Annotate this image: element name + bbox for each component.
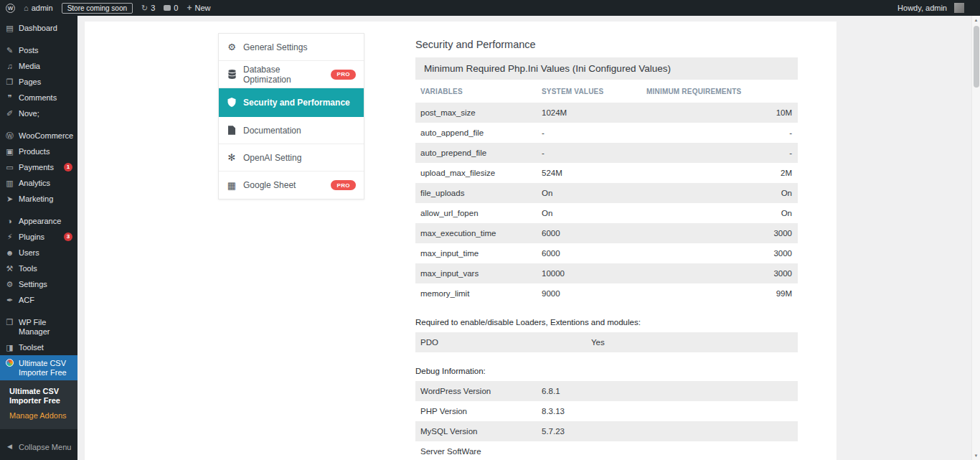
sidebar-item-analytics[interactable]: ▥ Analytics	[0, 175, 77, 191]
settings-nav: ⚙ General Settings Database Optimization…	[218, 33, 364, 200]
loaders-note: Required to enable/disable Loaders, Exte…	[415, 318, 798, 327]
scroll-up-icon[interactable]: ▲	[972, 16, 980, 24]
sidebar-item-label: Appearance	[19, 217, 72, 226]
document-icon	[227, 126, 237, 135]
sidebar-item-woocommerce[interactable]: Ⓦ WooCommerce	[0, 128, 77, 144]
sidebar-item-toolset[interactable]: ◨ Toolset	[0, 339, 77, 355]
minimum-requirement-cell: On	[646, 189, 798, 197]
table-row: file_uploads On On	[415, 183, 798, 203]
table-row: WordPress Version 6.8.1	[415, 381, 798, 401]
sidebar-item-comments[interactable]: ❞ Comments	[0, 90, 77, 105]
collapse-menu-button[interactable]: ◀ Collapse Menu	[0, 439, 77, 454]
sidebar-item-payments[interactable]: ▭ Payments 1	[0, 159, 77, 175]
sidebar-item-users[interactable]: ☻ Users	[0, 245, 77, 260]
settings-card: ⚙ General Settings Database Optimization…	[85, 22, 837, 460]
sidebar-item-dashboard[interactable]: ▤ Dashboard	[0, 20, 77, 36]
table-row: allow_url_fopen On On	[415, 203, 798, 223]
admin-bar-right: Howdy, admin	[897, 3, 980, 13]
file-manager-icon: ❒	[5, 318, 14, 327]
tab-openai-setting[interactable]: ✻ OpenAI Setting	[219, 144, 364, 172]
sidebar-item-ultimate-csv-importer-free[interactable]: Ultimate CSV Importer Free	[0, 355, 77, 380]
site-name-menu[interactable]: ⌂ admin	[24, 4, 53, 12]
wp-logo-menu[interactable]: W	[6, 4, 15, 13]
sidebar-item-label: Ultimate CSV Importer Free	[19, 359, 72, 377]
site-name-label: admin	[32, 4, 53, 12]
sidebar-item-marketing[interactable]: ➤ Marketing	[0, 191, 77, 207]
sidebar-item-products[interactable]: ▣ Products	[0, 144, 77, 159]
submenu-item-csv-importer[interactable]: Ultimate CSV Importer Free	[0, 384, 77, 408]
system-value-cell: 6000	[542, 249, 646, 258]
sidebar-item-label: Tools	[19, 264, 72, 273]
tab-general-settings[interactable]: ⚙ General Settings	[219, 34, 364, 61]
sidebar-item-label: Media	[19, 62, 72, 71]
phpini-table: post_max_size 1024M 10M auto_append_file…	[415, 103, 798, 304]
shield-icon	[227, 98, 237, 107]
system-value-cell: On	[542, 189, 646, 197]
sidebar-item-plugins[interactable]: ⚡ Plugins 3	[0, 229, 77, 245]
appearance-icon: ◑	[5, 217, 14, 226]
system-value-cell: 1024M	[542, 108, 646, 117]
sidebar-item-appearance[interactable]: ◑ Appearance	[0, 213, 77, 229]
debug-note: Debug Information:	[415, 367, 798, 375]
sidebar-item-label: Nove;	[19, 109, 72, 118]
variable-cell: auto_prepend_file	[415, 149, 542, 157]
column-header-system-values: SYSTEM VALUES	[542, 88, 646, 95]
system-value-cell: 9000	[542, 289, 646, 298]
pro-badge: PRO	[331, 70, 356, 80]
sidebar-item-label: Payments	[19, 163, 60, 172]
sidebar-item-pages[interactable]: ❐ Pages	[0, 74, 77, 90]
debug-value-cell: 6.8.1	[542, 387, 798, 395]
tab-google-sheet[interactable]: ▦ Google Sheet PRO	[219, 172, 364, 199]
settings-icon: ⚙	[5, 280, 14, 289]
scrollbar-thumb[interactable]	[974, 26, 979, 88]
count-badge: 3	[64, 233, 72, 241]
system-value-cell: 10000	[542, 269, 646, 278]
variable-cell: allow_url_fopen	[415, 209, 542, 217]
dashboard-icon: ▤	[5, 24, 14, 33]
variable-cell: max_execution_time	[415, 229, 542, 238]
table-row: upload_max_filesize 524M 2M	[415, 163, 798, 183]
table-row: max_execution_time 6000 3000	[415, 223, 798, 243]
howdy-label: Howdy, admin	[897, 4, 947, 12]
scrollbar[interactable]: ▲ ▼	[971, 16, 980, 460]
updates-menu[interactable]: ↻ 3	[141, 4, 155, 12]
table-row: memory_limit 9000 99M	[415, 283, 798, 304]
sidebar-item-settings[interactable]: ⚙ Settings	[0, 276, 77, 292]
new-content-menu[interactable]: + New	[187, 4, 210, 12]
sidebar-menu: ▤ Dashboard ✎ Posts ♫ Media ❐ Pages	[0, 16, 77, 380]
sidebar-item-tools[interactable]: ⚒ Tools	[0, 260, 77, 276]
pro-badge: PRO	[331, 180, 356, 190]
system-value-cell: -	[542, 128, 646, 137]
sidebar-item-acf[interactable]: ✒ ACF	[0, 292, 77, 308]
tab-documentation[interactable]: Documentation	[219, 117, 364, 144]
sidebar-item-label: ACF	[19, 296, 72, 305]
howdy-menu[interactable]: Howdy, admin	[897, 3, 964, 13]
table-row: auto_append_file - -	[415, 123, 798, 143]
home-icon: ⌂	[24, 4, 29, 12]
payments-icon: ▭	[5, 163, 14, 172]
minimum-requirement-cell: On	[646, 209, 798, 217]
comments-icon	[164, 5, 171, 11]
tab-database-optimization[interactable]: Database Optimization PRO	[219, 61, 364, 88]
table-row: max_input_time 6000 3000	[415, 243, 798, 263]
sidebar-item-label: Settings	[19, 280, 72, 289]
sidebar-item-nove[interactable]: ✐ Nove;	[0, 105, 77, 121]
plugins-icon: ⚡	[5, 233, 14, 242]
table-row: post_max_size 1024M 10M	[415, 103, 798, 123]
submenu-item-manage-addons[interactable]: Manage Addons	[0, 408, 77, 423]
scroll-down-icon[interactable]: ▼	[972, 451, 980, 460]
sidebar-item-media[interactable]: ♫ Media	[0, 58, 77, 74]
plus-icon: +	[187, 4, 192, 12]
acf-icon: ✒	[5, 296, 14, 305]
minimum-requirement-cell: 3000	[646, 269, 798, 278]
sidebar-item-label: Toolset	[19, 343, 72, 352]
tab-security-and-performance[interactable]: Security and Performance	[219, 88, 364, 117]
system-value-cell: 524M	[542, 169, 646, 177]
sidebar-item-posts[interactable]: ✎ Posts	[0, 42, 77, 58]
comments-menu[interactable]: 0	[164, 4, 178, 12]
variable-cell: file_uploads	[415, 189, 542, 197]
debug-table: WordPress Version 6.8.1 PHP Version 8.3.…	[415, 381, 798, 460]
nove-icon: ✐	[5, 109, 14, 118]
database-icon	[227, 70, 237, 79]
sidebar-item-wp-file-manager[interactable]: ❒ WP File Manager	[0, 314, 77, 339]
